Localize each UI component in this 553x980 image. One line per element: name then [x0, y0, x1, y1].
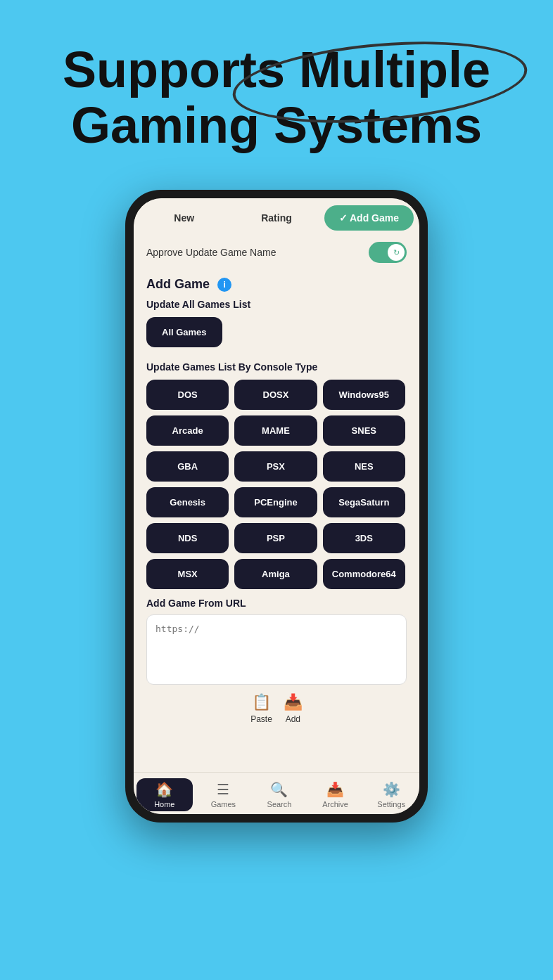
- console-btn-msx[interactable]: MSX: [146, 559, 229, 589]
- action-btn-add[interactable]: 📥Add: [284, 693, 303, 724]
- action-btn-paste[interactable]: 📋Paste: [250, 693, 272, 724]
- archive-nav-label: Archive: [322, 800, 348, 808]
- games-nav-icon: ☰: [217, 781, 229, 798]
- console-btn-3ds[interactable]: 3DS: [323, 523, 405, 553]
- toggle-knob: ↻: [388, 244, 405, 261]
- tab-bar: New Rating ✓ Add Game: [134, 198, 419, 235]
- nav-item-settings[interactable]: ⚙️ Settings: [363, 778, 419, 811]
- console-btn-nds[interactable]: NDS: [146, 523, 229, 553]
- add-icon: 📥: [284, 693, 303, 711]
- tab-add-game[interactable]: ✓ Add Game: [324, 205, 414, 231]
- nav-item-search[interactable]: 🔍 Search: [251, 778, 307, 811]
- phone-screen: New Rating ✓ Add Game Approve Update Gam…: [134, 198, 419, 814]
- phone-scene: New Rating ✓ Add Game Approve Update Gam…: [115, 190, 438, 963]
- settings-nav-label: Settings: [377, 800, 405, 808]
- console-btn-mame[interactable]: MAME: [234, 415, 317, 446]
- nav-item-home[interactable]: 🏠 Home: [136, 778, 193, 811]
- paste-icon: 📋: [252, 693, 271, 711]
- approve-toggle[interactable]: ↻: [369, 242, 407, 263]
- phone-frame: New Rating ✓ Add Game Approve Update Gam…: [125, 190, 428, 823]
- approve-label: Approve Update Game Name: [146, 247, 276, 258]
- update-all-title: Update All Games List: [146, 299, 407, 310]
- tab-new[interactable]: New: [139, 205, 229, 231]
- action-row: 📋Paste📥Add: [146, 693, 407, 724]
- games-nav-label: Games: [211, 800, 236, 808]
- home-nav-label: Home: [154, 800, 174, 808]
- tab-rating[interactable]: Rating: [231, 205, 321, 231]
- home-nav-icon: 🏠: [155, 781, 173, 798]
- bottom-nav: 🏠 Home ☰ Games 🔍 Search 📥 Archive ⚙️ Set…: [134, 772, 419, 814]
- settings-nav-icon: ⚙️: [383, 781, 400, 798]
- console-btn-dosx[interactable]: DOSX: [234, 380, 317, 410]
- update-by-console-title: Update Games List By Console Type: [146, 361, 407, 373]
- console-btn-gba[interactable]: GBA: [146, 451, 229, 482]
- nav-item-archive[interactable]: 📥 Archive: [307, 778, 364, 811]
- console-grid: DOSDOSXWindows95ArcadeMAMESNESGBAPSXNESG…: [146, 380, 407, 589]
- console-btn-segasaturn[interactable]: SegaSaturn: [323, 487, 405, 517]
- search-nav-label: Search: [267, 800, 292, 808]
- console-btn-pcengine[interactable]: PCEngine: [234, 487, 317, 517]
- archive-nav-icon: 📥: [326, 781, 344, 798]
- console-btn-psx[interactable]: PSX: [234, 451, 317, 482]
- screen-content: Approve Update Game Name ↻ Add Game i Up…: [134, 235, 419, 772]
- console-btn-nes[interactable]: NES: [323, 451, 405, 482]
- console-btn-snes[interactable]: SNES: [323, 415, 405, 446]
- console-btn-psp[interactable]: PSP: [234, 523, 317, 553]
- approve-row: Approve Update Game Name ↻: [146, 242, 407, 263]
- all-games-button[interactable]: All Games: [146, 317, 222, 347]
- search-nav-icon: 🔍: [270, 781, 288, 798]
- console-btn-windows95[interactable]: Windows95: [323, 380, 405, 410]
- add-game-title: Add Game i: [146, 277, 407, 292]
- console-btn-genesis[interactable]: Genesis: [146, 487, 229, 517]
- nav-item-games[interactable]: ☰ Games: [196, 778, 252, 811]
- url-section-title: Add Game From URL: [146, 598, 407, 609]
- console-btn-commodore64[interactable]: Commodore64: [323, 559, 405, 589]
- console-btn-dos[interactable]: DOS: [146, 380, 229, 410]
- url-input[interactable]: [146, 614, 407, 685]
- console-btn-arcade[interactable]: Arcade: [146, 415, 229, 446]
- console-btn-amiga[interactable]: Amiga: [234, 559, 317, 589]
- info-icon[interactable]: i: [217, 278, 231, 292]
